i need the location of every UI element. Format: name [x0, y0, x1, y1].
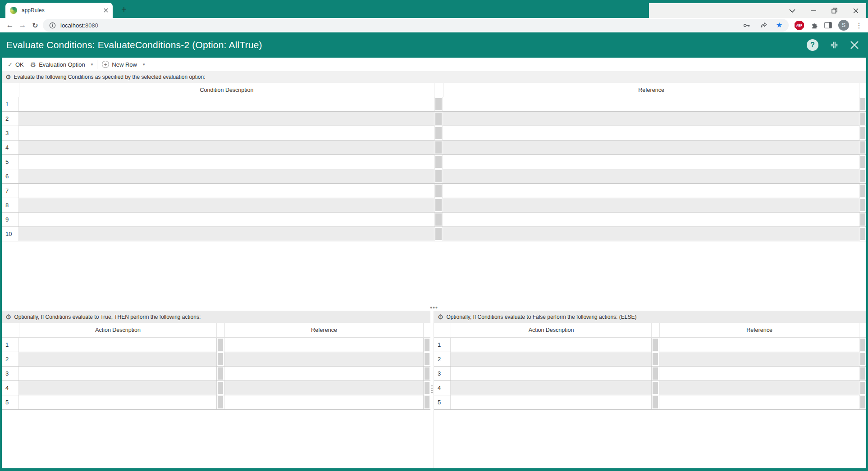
- row-end-grip[interactable]: [859, 227, 866, 241]
- row-grip[interactable]: [651, 338, 659, 352]
- row-end-grip[interactable]: [859, 367, 866, 380]
- condition-reference-cell[interactable]: [443, 126, 859, 140]
- row-number[interactable]: 8: [2, 198, 19, 212]
- minimize-button[interactable]: [803, 3, 824, 18]
- new-row-dropdown-icon[interactable]: ▾: [140, 62, 148, 67]
- condition-reference-cell[interactable]: [443, 227, 859, 241]
- row-grip[interactable]: [216, 352, 224, 366]
- row-number[interactable]: 4: [2, 140, 19, 154]
- condition-description-cell[interactable]: [19, 184, 434, 198]
- row-grip[interactable]: [651, 395, 659, 409]
- row-number[interactable]: 5: [2, 395, 19, 409]
- row-number[interactable]: 10: [2, 227, 19, 241]
- back-icon[interactable]: ←: [4, 18, 16, 32]
- action-description-cell[interactable]: [451, 367, 651, 380]
- tab-close-icon[interactable]: [104, 8, 108, 13]
- row-grip[interactable]: [434, 140, 443, 154]
- row-end-grip[interactable]: [859, 395, 866, 409]
- row-number[interactable]: 5: [434, 395, 451, 409]
- row-grip[interactable]: [651, 352, 659, 366]
- tab-search-chevron-icon[interactable]: [781, 3, 803, 18]
- row-end-grip[interactable]: [859, 381, 866, 395]
- row-end-grip[interactable]: [859, 126, 866, 140]
- row-grip[interactable]: [434, 97, 443, 111]
- row-number[interactable]: 3: [434, 367, 451, 380]
- row-end-grip[interactable]: [859, 97, 866, 111]
- row-end-grip[interactable]: [859, 213, 866, 226]
- row-end-grip[interactable]: [859, 352, 866, 366]
- row-grip[interactable]: [434, 184, 443, 198]
- condition-reference-cell[interactable]: [443, 169, 859, 183]
- condition-description-cell[interactable]: [19, 169, 434, 183]
- row-end-grip[interactable]: [423, 338, 430, 352]
- profile-avatar[interactable]: S: [838, 20, 849, 31]
- condition-description-cell[interactable]: [19, 155, 434, 169]
- browser-tab-apprules[interactable]: appRules: [5, 3, 113, 18]
- condition-description-cell[interactable]: [19, 112, 434, 126]
- action-description-cell[interactable]: [19, 367, 216, 380]
- row-end-grip[interactable]: [423, 367, 430, 380]
- action-reference-cell[interactable]: [659, 395, 859, 409]
- row-end-grip[interactable]: [859, 198, 866, 212]
- dialog-close-icon[interactable]: [850, 41, 859, 50]
- row-grip[interactable]: [434, 227, 443, 241]
- action-reference-cell[interactable]: [659, 381, 859, 395]
- row-end-grip[interactable]: [859, 155, 866, 169]
- row-number[interactable]: 3: [2, 126, 19, 140]
- row-end-grip[interactable]: [859, 338, 866, 352]
- row-grip[interactable]: [434, 112, 443, 126]
- row-number[interactable]: 9: [2, 213, 19, 226]
- row-grip[interactable]: [216, 395, 224, 409]
- condition-reference-cell[interactable]: [443, 213, 859, 226]
- row-number[interactable]: 2: [2, 352, 19, 366]
- action-description-cell[interactable]: [19, 381, 216, 395]
- action-reference-cell[interactable]: [659, 338, 859, 352]
- row-number[interactable]: 4: [434, 381, 451, 395]
- new-row-button[interactable]: + New Row: [99, 59, 140, 70]
- row-grip[interactable]: [216, 367, 224, 380]
- row-grip[interactable]: [434, 155, 443, 169]
- row-number[interactable]: 6: [2, 169, 19, 183]
- row-end-grip[interactable]: [859, 184, 866, 198]
- reload-icon[interactable]: ↻: [29, 18, 41, 32]
- collapse-icon[interactable]: [829, 40, 839, 50]
- evaluation-option-dropdown-icon[interactable]: ▾: [88, 62, 96, 67]
- action-reference-cell[interactable]: [659, 352, 859, 366]
- action-reference-cell[interactable]: [224, 381, 423, 395]
- row-grip[interactable]: [434, 213, 443, 226]
- condition-reference-cell[interactable]: [443, 112, 859, 126]
- row-number[interactable]: 4: [2, 381, 19, 395]
- action-reference-cell[interactable]: [224, 367, 423, 380]
- row-end-grip[interactable]: [859, 140, 866, 154]
- horizontal-splitter[interactable]: •••: [2, 305, 866, 310]
- condition-description-cell[interactable]: [19, 227, 434, 241]
- row-grip[interactable]: [434, 198, 443, 212]
- condition-description-cell[interactable]: [19, 198, 434, 212]
- row-end-grip[interactable]: [859, 169, 866, 183]
- action-description-cell[interactable]: [19, 395, 216, 409]
- address-bar[interactable]: localhost:8080 ★: [43, 19, 789, 32]
- action-reference-cell[interactable]: [659, 367, 859, 380]
- condition-reference-cell[interactable]: [443, 198, 859, 212]
- row-end-grip[interactable]: [859, 112, 866, 126]
- row-grip[interactable]: [434, 169, 443, 183]
- side-panel-icon[interactable]: [824, 22, 832, 29]
- window-close-button[interactable]: [845, 3, 866, 18]
- action-reference-cell[interactable]: [224, 338, 423, 352]
- row-grip[interactable]: [434, 126, 443, 140]
- action-reference-cell[interactable]: [224, 395, 423, 409]
- row-number[interactable]: 5: [2, 155, 19, 169]
- row-end-grip[interactable]: [423, 395, 430, 409]
- action-description-cell[interactable]: [19, 352, 216, 366]
- row-end-grip[interactable]: [423, 352, 430, 366]
- row-grip[interactable]: [216, 381, 224, 395]
- row-grip[interactable]: [216, 338, 224, 352]
- row-number[interactable]: 7: [2, 184, 19, 198]
- extensions-puzzle-icon[interactable]: [810, 22, 818, 29]
- row-number[interactable]: 2: [2, 112, 19, 126]
- adblock-abp-icon[interactable]: ABP: [795, 21, 804, 30]
- row-grip[interactable]: [651, 367, 659, 380]
- restore-button[interactable]: [824, 3, 845, 18]
- row-number[interactable]: 1: [2, 338, 19, 352]
- site-info-icon[interactable]: [49, 22, 56, 29]
